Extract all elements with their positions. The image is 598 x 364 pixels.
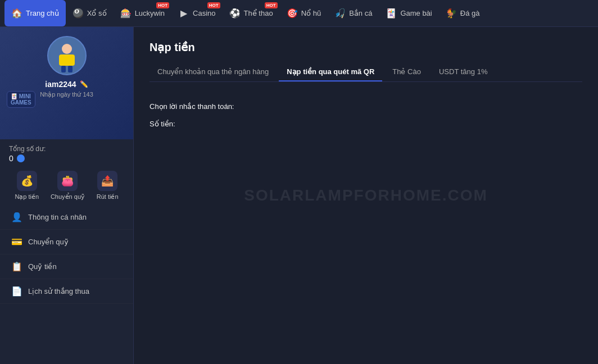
- avatar: [47, 36, 87, 75]
- username: iam2244: [45, 80, 76, 89]
- sidebar-item-transfer-menu[interactable]: 💳 Chuyển quỹ: [0, 230, 133, 254]
- amount-section: Số tiền:: [150, 120, 582, 134]
- hot-badge-casino: HOT: [207, 2, 220, 8]
- withdraw-label: Rút tiền: [97, 193, 119, 201]
- balance-label: Tổng số dư:: [9, 145, 124, 153]
- nav-item-sports[interactable]: ⚽ Thể thao HOT: [223, 0, 280, 26]
- page-title: Nạp tiền: [150, 40, 582, 54]
- username-row: iam2244 ✏️: [45, 80, 88, 89]
- withdraw-icon: 📤: [97, 171, 117, 191]
- transfer-menu-icon: 💳: [11, 236, 22, 247]
- nav-item-luckywin[interactable]: 🎰 Luckywin HOT: [114, 0, 171, 26]
- nav-label-nohu: Nổ hũ: [301, 9, 321, 17]
- casino-icon: ▶: [178, 8, 189, 19]
- nav-label-fishing: Bắn cá: [349, 9, 372, 17]
- nav-label-luckywin: Luckywin: [135, 9, 165, 17]
- deposit-label: Nạp tiền: [15, 193, 39, 201]
- balance-number: 0: [9, 154, 13, 163]
- action-btn-transfer[interactable]: 👛 Chuyển quỹ: [51, 171, 85, 201]
- nav-item-nohu[interactable]: 🎯 Nổ hũ: [280, 0, 328, 26]
- edit-icon[interactable]: ✏️: [80, 80, 88, 88]
- sidebar-menu: 👤 Thông tin cá nhân 💳 Chuyển quỹ 📋 Quỹ t…: [0, 205, 133, 364]
- watermark: SOLARLAMPFORHOME.COM: [244, 186, 488, 204]
- profile-label: Thông tin cá nhân: [28, 213, 87, 221]
- nav-item-daga[interactable]: 🐓 Đá gà: [439, 0, 487, 26]
- nav-item-fishing[interactable]: 🎣 Bắn cá: [328, 0, 379, 26]
- nav-label-home: Trang chủ: [26, 9, 59, 17]
- daga-icon: 🐓: [446, 8, 457, 19]
- fund-icon: 📋: [11, 261, 22, 272]
- tabs-row: Chuyển khoản qua thẻ ngân hàngNạp tiền q…: [150, 63, 582, 82]
- home-icon: 🏠: [11, 8, 22, 19]
- content-area: SOLARLAMPFORHOME.COM Nạp tiền Chuyển kho…: [134, 27, 598, 364]
- balance-dot: [17, 154, 25, 162]
- nav-item-cards[interactable]: 🃏 Game bài: [379, 0, 438, 26]
- nav-label-daga: Đá gà: [460, 9, 480, 17]
- fund-label: Quỹ tiền: [28, 262, 57, 271]
- history-label: Lịch sử thắng thua: [28, 287, 89, 295]
- luckywin-icon: 🎰: [120, 8, 132, 19]
- transfer-label: Chuyển quỹ: [51, 193, 85, 201]
- cards-icon: 🃏: [386, 8, 397, 19]
- nav-item-lottery[interactable]: 🎱 Xổ số: [66, 0, 114, 26]
- top-navigation: 🏠 Trang chủ 🎱 Xổ số 🎰 Luckywin HOT ▶ Cas…: [0, 0, 598, 27]
- nav-label-casino: Casino: [193, 9, 215, 17]
- hot-badge-luckywin: HOT: [156, 2, 169, 8]
- nav-item-home[interactable]: 🏠 Trang chủ: [4, 0, 66, 26]
- sidebar: 🃏 MINIGAMES iam2244 ✏️ Nhập ngày thứ 143…: [0, 27, 134, 364]
- tab-bank-transfer[interactable]: Chuyển khoản qua thẻ ngân hàng: [150, 63, 277, 81]
- fishing-icon: 🎣: [334, 8, 346, 19]
- lottery-icon: 🎱: [73, 8, 84, 19]
- balance-section: Tổng số dư: 0: [0, 139, 133, 166]
- amount-label: Số tiền:: [150, 120, 582, 128]
- svg-rect-2: [59, 54, 75, 66]
- action-btn-deposit[interactable]: 💰 Nạp tiền: [15, 171, 39, 201]
- login-days: Nhập ngày thứ 143: [40, 91, 93, 98]
- history-icon: 📄: [11, 286, 22, 297]
- nav-label-lottery: Xổ số: [87, 9, 107, 17]
- hot-badge-sports: HOT: [265, 2, 278, 8]
- nav-label-cards: Game bài: [400, 9, 432, 17]
- user-banner: 🃏 MINIGAMES iam2244 ✏️ Nhập ngày thứ 143: [0, 27, 133, 139]
- deposit-icon: 💰: [17, 171, 37, 191]
- mini-games-badge: 🃏 MINIGAMES: [7, 91, 35, 108]
- transfer-menu-label: Chuyển quỹ: [28, 238, 69, 246]
- tab-card[interactable]: Thẻ Cào: [384, 63, 429, 81]
- action-btn-withdraw[interactable]: 📤 Rút tiền: [97, 171, 119, 201]
- nav-item-casino[interactable]: ▶ Casino HOT: [171, 0, 222, 26]
- svg-rect-4: [68, 66, 73, 72]
- nav-label-sports: Thể thao: [244, 9, 273, 17]
- tab-qr-pay[interactable]: Nạp tiền qua quét mã QR: [279, 63, 382, 81]
- transfer-icon: 👛: [57, 171, 78, 191]
- action-buttons: 💰 Nạp tiền 👛 Chuyển quỹ 📤 Rút tiền: [0, 166, 133, 205]
- sidebar-item-profile[interactable]: 👤 Thông tin cá nhân: [0, 205, 133, 230]
- nohu-icon: 🎯: [287, 8, 298, 19]
- svg-rect-3: [61, 66, 66, 72]
- profile-icon: 👤: [11, 212, 22, 222]
- tab-usdt[interactable]: USDT tăng 1%: [431, 63, 495, 81]
- main-layout: 🃏 MINIGAMES iam2244 ✏️ Nhập ngày thứ 143…: [0, 27, 598, 364]
- sidebar-item-history[interactable]: 📄 Lịch sử thắng thua: [0, 279, 133, 304]
- balance-value: 0: [9, 154, 124, 163]
- sports-icon: ⚽: [229, 8, 241, 19]
- notes-section: Chọn lời nhắc thanh toán:: [150, 102, 582, 111]
- notes-title: Chọn lời nhắc thanh toán:: [150, 102, 582, 111]
- sidebar-item-fund[interactable]: 📋 Quỹ tiền: [0, 254, 133, 279]
- svg-point-1: [62, 44, 72, 54]
